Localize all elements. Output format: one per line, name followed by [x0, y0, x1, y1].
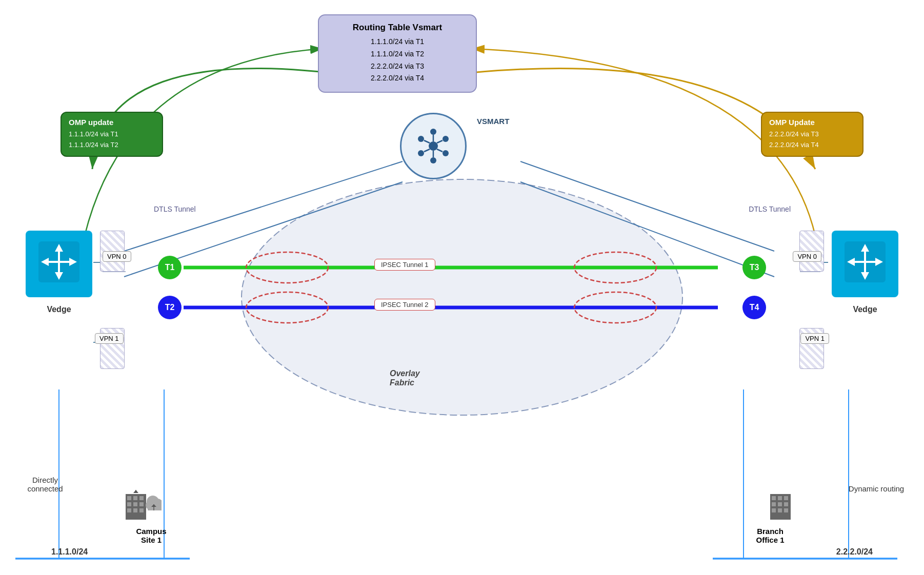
dtls-right-label: DTLS Tunnel — [749, 205, 791, 213]
svg-rect-81 — [772, 508, 776, 512]
omp-update-left: OMP update 1.1.1.0/24 via T1 1.1.1.0/24 … — [61, 112, 163, 157]
vpn1-right-label: VPN 1 — [800, 333, 829, 344]
svg-point-6 — [246, 252, 328, 283]
svg-rect-63 — [127, 508, 131, 512]
svg-rect-60 — [127, 502, 131, 506]
vsmart-circle — [400, 113, 467, 179]
t3-node: T3 — [742, 256, 766, 279]
svg-point-31 — [443, 136, 449, 142]
vedge-right-name: Vedge — [832, 305, 898, 314]
branch-building-icon — [768, 484, 806, 529]
routing-table-entry-1: 1.1.1.0/24 via T2 — [328, 48, 467, 60]
svg-point-7 — [574, 252, 656, 283]
ipsec-tunnel2-label: IPSEC Tunnel 2 — [374, 299, 435, 311]
svg-point-32 — [443, 150, 449, 156]
svg-rect-83 — [784, 508, 788, 512]
routing-table-entry-0: 1.1.1.0/24 via T1 — [328, 36, 467, 48]
diagram-container: Routing Table Vsmart 1.1.1.0/24 via T1 1… — [0, 0, 924, 575]
svg-line-4 — [520, 182, 774, 277]
directly-connected-label: Directly connected — [14, 476, 76, 493]
svg-point-35 — [418, 136, 424, 142]
t1-node: T1 — [158, 256, 182, 279]
svg-rect-59 — [139, 496, 144, 500]
svg-point-34 — [418, 150, 424, 156]
vedge-left — [26, 231, 92, 297]
omp-update-right: OMP Update 2.2.2.0/24 via T3 2.2.2.0/24 … — [761, 112, 863, 157]
svg-rect-57 — [127, 496, 131, 500]
campus-site-label: CampusSite 1 — [131, 527, 172, 544]
vpn0-left-label: VPN 0 — [103, 251, 131, 262]
branch-office-label: BranchOffice 1 — [747, 527, 793, 544]
svg-rect-82 — [778, 508, 782, 512]
vedge-left-icon — [38, 241, 79, 286]
svg-point-33 — [430, 157, 436, 163]
svg-line-40 — [424, 149, 430, 152]
svg-line-38 — [437, 149, 443, 152]
ipsec-tunnel1-label: IPSEC Tunnel 1 — [374, 259, 435, 271]
svg-point-29 — [429, 141, 438, 151]
campus-building-icon — [123, 484, 162, 529]
svg-rect-76 — [778, 496, 782, 500]
vedge-right — [832, 231, 898, 297]
svg-rect-62 — [139, 502, 144, 506]
routing-table-entry-3: 2.2.2.0/24 via T4 — [328, 72, 467, 85]
svg-rect-80 — [784, 502, 788, 506]
svg-line-3 — [520, 161, 774, 251]
vsmart-label: VSMART — [477, 117, 509, 126]
vpn1-left-label: VPN 1 — [95, 333, 124, 344]
dynamic-routing-label: Dynamic routing — [843, 484, 910, 493]
routing-table-entry-2: 2.2.2.0/24 via T3 — [328, 60, 467, 73]
svg-rect-65 — [139, 508, 144, 512]
svg-rect-64 — [133, 508, 137, 512]
svg-point-9 — [246, 292, 328, 323]
routing-table-title: Routing Table Vsmart — [328, 23, 467, 33]
svg-line-41 — [424, 140, 430, 143]
t2-node: T2 — [158, 296, 182, 319]
omp-right-entry-0: 2.2.2.0/24 via T3 — [769, 129, 855, 139]
vedge-right-icon — [845, 241, 886, 286]
svg-rect-77 — [784, 496, 788, 500]
svg-rect-78 — [772, 502, 776, 506]
vpn0-right-label: VPN 0 — [793, 251, 821, 262]
omp-right-title: OMP Update — [769, 118, 855, 127]
t4-node: T4 — [742, 296, 766, 319]
routing-table-box: Routing Table Vsmart 1.1.1.0/24 via T1 1… — [318, 14, 477, 93]
omp-left-title: OMP update — [69, 118, 155, 127]
omp-right-entry-1: 2.2.2.0/24 via T4 — [769, 139, 855, 150]
svg-point-0 — [242, 179, 682, 415]
network-right-label: 2.2.2.0/24 — [836, 547, 873, 557]
dtls-left-label: DTLS Tunnel — [154, 205, 196, 213]
svg-rect-75 — [772, 496, 776, 500]
omp-left-entry-1: 1.1.1.0/24 via T2 — [69, 139, 155, 150]
network-left-label: 1.1.1.0/24 — [51, 547, 88, 557]
svg-point-30 — [430, 129, 436, 135]
vedge-left-name: Vedge — [26, 305, 92, 314]
svg-rect-61 — [133, 502, 137, 506]
svg-rect-79 — [778, 502, 782, 506]
svg-rect-58 — [133, 496, 137, 500]
omp-left-entry-0: 1.1.1.0/24 via T1 — [69, 129, 155, 139]
svg-point-10 — [574, 292, 656, 323]
svg-line-37 — [437, 140, 443, 143]
vsmart-network-icon — [413, 126, 454, 167]
overlay-fabric-label: OverlayFabric — [390, 369, 420, 387]
